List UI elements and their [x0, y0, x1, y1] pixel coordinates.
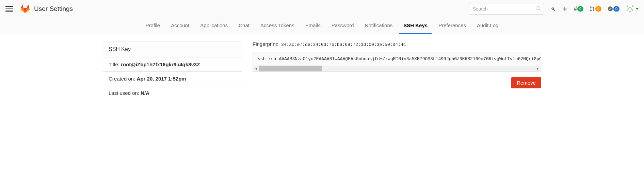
svg-rect-11 [631, 8, 632, 10]
issues-badge[interactable]: # 0 [574, 5, 583, 12]
title-value: root@iZbp1h7fx16gkr9u4gk8v3Z [121, 62, 200, 67]
todos-badge[interactable]: 0 [608, 6, 619, 12]
merge-requests-badge[interactable]: 0 [590, 6, 601, 12]
public-key-text[interactable]: ssh-rsa AAAAB3NzaC1yc2EAAAABIwAAAQEAs0ob… [253, 52, 541, 66]
hamburger-menu[interactable] [5, 3, 13, 14]
chevron-down-icon [636, 8, 639, 10]
svg-line-1 [540, 9, 541, 11]
scroll-left-arrow[interactable]: ◂ [253, 66, 259, 71]
avatar [626, 4, 634, 13]
title-label: Title: [109, 62, 121, 67]
tab-preferences[interactable]: Preferences [434, 18, 470, 34]
fingerprint-value: 34:ac:e7:de:34:0d:7b:b6:69:72:1d:00:3e:5… [281, 42, 406, 47]
remove-button[interactable]: Remove [511, 77, 541, 88]
svg-point-2 [590, 6, 592, 8]
fingerprint-row: Fingerprint: 34:ac:e7:de:34:0d:7b:b6:69:… [253, 41, 541, 47]
user-menu[interactable] [626, 4, 639, 13]
tab-account[interactable]: Account [167, 18, 193, 34]
issues-count: 0 [577, 6, 583, 12]
svg-point-0 [536, 6, 540, 10]
svg-rect-9 [629, 7, 631, 8]
page-title: User Settings [34, 5, 73, 13]
svg-rect-14 [629, 11, 631, 12]
hash-icon: # [574, 5, 577, 12]
svg-rect-10 [628, 8, 629, 10]
check-circle-icon [608, 6, 613, 12]
tab-access-tokens[interactable]: Access Tokens [256, 18, 299, 34]
created-value: Apr 20, 2017 1:52pm [137, 76, 186, 82]
tab-password[interactable]: Password [327, 18, 358, 34]
search-input[interactable] [469, 3, 544, 15]
lastused-value: N/A [141, 90, 149, 96]
lastused-label: Last used on: [109, 90, 141, 96]
svg-rect-7 [627, 5, 628, 7]
tab-profile[interactable]: Profile [142, 18, 164, 34]
gitlab-logo[interactable] [20, 4, 30, 14]
svg-rect-12 [627, 10, 628, 11]
tab-emails[interactable]: Emails [301, 18, 325, 34]
svg-point-4 [593, 10, 594, 11]
key-title-row: Title: root@iZbp1h7fx16gkr9u4gk8v3Z [103, 57, 242, 72]
settings-tabs: ProfileAccountApplicationsChatAccess Tok… [0, 18, 644, 34]
panel-header: SSH Key [103, 41, 242, 57]
plus-icon[interactable] [562, 6, 568, 12]
svg-rect-13 [632, 10, 633, 11]
tab-ssh-keys[interactable]: SSH Keys [399, 18, 432, 34]
tab-chat[interactable]: Chat [235, 18, 254, 34]
tab-notifications[interactable]: Notifications [361, 18, 397, 34]
svg-rect-8 [632, 5, 633, 7]
wrench-icon[interactable] [550, 6, 556, 12]
key-lastused-row: Last used on: N/A [103, 86, 242, 100]
tab-audit-log[interactable]: Audit Log [473, 18, 502, 34]
tab-applications[interactable]: Applications [196, 18, 232, 34]
created-label: Created on: [109, 76, 137, 82]
scroll-thumb[interactable] [259, 66, 322, 71]
mrs-count: 0 [595, 6, 601, 12]
ssh-key-panel: SSH Key Title: root@iZbp1h7fx16gkr9u4gk8… [103, 41, 242, 100]
fingerprint-label: Fingerprint: [253, 41, 278, 47]
search-icon [536, 6, 541, 12]
merge-request-icon [590, 6, 595, 12]
todos-count: 0 [613, 6, 619, 12]
scroll-track[interactable] [259, 66, 535, 71]
scroll-right-arrow[interactable]: ▸ [535, 66, 541, 71]
svg-point-3 [590, 10, 592, 11]
key-created-row: Created on: Apr 20, 2017 1:52pm [103, 72, 242, 86]
public-key-box: ssh-rsa AAAAB3NzaC1yc2EAAAABIwAAAQEAs0ob… [253, 52, 541, 72]
horizontal-scrollbar[interactable]: ◂ ▸ [253, 66, 541, 71]
